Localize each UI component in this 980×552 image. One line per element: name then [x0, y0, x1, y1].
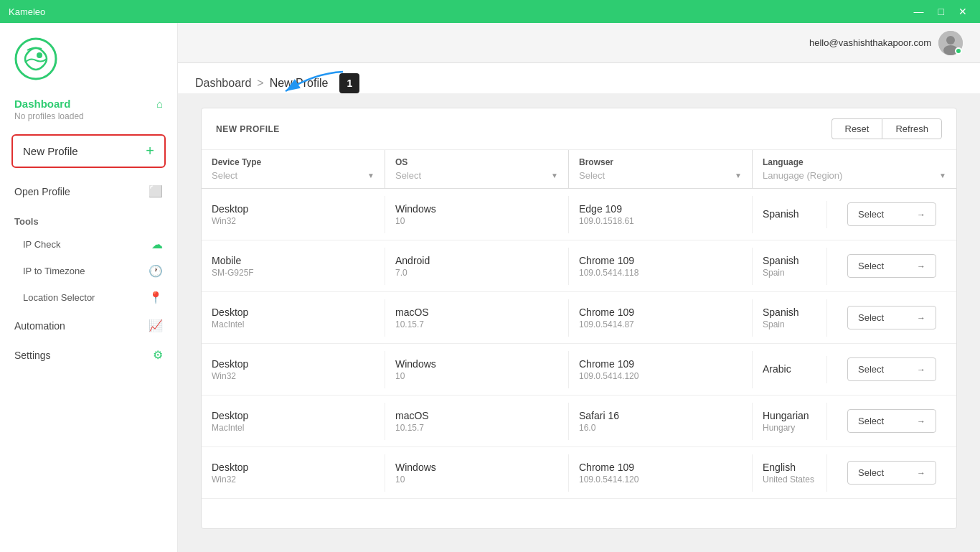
maximize-button[interactable]: □	[934, 4, 948, 19]
sidebar-item-ip-timezone[interactable]: IP to Timezone 🕐	[0, 258, 177, 284]
cell-browser-0: Edge 109 109.0.1518.61	[569, 196, 753, 233]
main-content: NEW PROFILE Reset Refresh Device Type Se…	[201, 108, 957, 529]
sidebar-item-location[interactable]: Location Selector 📍	[0, 284, 177, 311]
os-select[interactable]: Select ▼	[395, 170, 558, 181]
main-panel-wrapper: NEW PROFILE Reset Refresh Device Type Se…	[178, 93, 980, 552]
device-type-select[interactable]: Select ▼	[212, 170, 374, 181]
titlebar: Kameleo — □ ✕	[0, 0, 980, 23]
cell-os-0: Windows 10	[385, 196, 569, 233]
browser-placeholder: Select	[579, 170, 605, 181]
cell-browser-4: Safari 16 16.0	[569, 403, 753, 440]
new-profile-label: New Profile	[23, 145, 78, 157]
sidebar-item-automation[interactable]: Automation 📈	[0, 311, 177, 340]
select-button-1[interactable]: Select →	[847, 254, 936, 278]
location-icon: 📍	[149, 291, 163, 304]
new-profile-button[interactable]: New Profile +	[11, 134, 166, 168]
cell-os-3: Windows 10	[385, 351, 569, 388]
select-button-5[interactable]: Select →	[847, 461, 936, 485]
main-layout: Dashboard ⌂ No profiles loaded New Profi…	[0, 23, 980, 552]
close-button[interactable]: ✕	[954, 4, 971, 19]
cell-device-type-1: Mobile SM-G925F	[202, 248, 385, 285]
cell-language-1: Spanish Spain	[753, 248, 827, 285]
sidebar: Dashboard ⌂ No profiles loaded New Profi…	[0, 23, 178, 552]
cloud-icon: ☁	[151, 238, 163, 251]
dashboard-sub: No profiles loaded	[14, 111, 163, 121]
avatar	[938, 31, 963, 55]
cell-language-3: Arabic	[753, 356, 827, 383]
minimize-button[interactable]: —	[910, 4, 928, 19]
cell-language-2: Spanish Spain	[753, 299, 827, 337]
sidebar-item-open-profile[interactable]: Open Profile ⬜	[0, 177, 177, 206]
automation-label: Automation	[14, 320, 65, 332]
sidebar-item-settings[interactable]: Settings ⚙	[0, 340, 177, 370]
select-button-3[interactable]: Select →	[847, 357, 936, 381]
table-container: Desktop Win32 Windows 10 Edge 109 109.0.…	[202, 189, 956, 528]
cell-os-4: macOS 10.15.7	[385, 403, 569, 440]
cell-os-2: macOS 10.15.7	[385, 299, 569, 337]
plus-icon: +	[146, 143, 154, 159]
filter-language: Language Lanugage (Region) ▼	[753, 150, 956, 188]
select-arrow-3: →	[917, 365, 925, 375]
cell-language-5: English United States	[753, 454, 827, 492]
table-row: Desktop Win32 Windows 10 Edge 109 109.0.…	[202, 189, 956, 240]
select-button-0[interactable]: Select →	[847, 202, 936, 226]
cell-browser-2: Chrome 109 109.0.5414.87	[569, 299, 753, 337]
select-arrow-0: →	[917, 210, 925, 220]
dashboard-label[interactable]: Dashboard ⌂	[14, 98, 163, 110]
breadcrumb-separator: >	[257, 77, 263, 90]
cell-browser-3: Chrome 109 109.0.5414.120	[569, 351, 753, 388]
ip-timezone-label: IP to Timezone	[23, 266, 85, 276]
reset-button[interactable]: Reset	[831, 118, 882, 139]
cell-device-type-5: Desktop Win32	[202, 454, 385, 492]
browser-select[interactable]: Select ▼	[579, 170, 742, 181]
user-email: hello@vashishthakapoor.com	[809, 37, 931, 48]
filter-device-type: Device Type Select ▼	[202, 150, 385, 188]
svg-point-0	[16, 39, 56, 79]
browser-arrow: ▼	[735, 172, 742, 179]
top-header: hello@vashishthakapoor.com	[178, 23, 980, 63]
sidebar-item-ip-check[interactable]: IP Check ☁	[0, 231, 177, 258]
tools-label: Tools	[0, 206, 177, 231]
section-header: NEW PROFILE Reset Refresh	[202, 108, 956, 150]
browser-label: Browser	[579, 157, 742, 167]
breadcrumb-home[interactable]: Dashboard	[195, 77, 251, 90]
filter-os: OS Select ▼	[385, 150, 569, 188]
svg-point-3	[946, 36, 955, 45]
annotation-arrow	[271, 66, 357, 102]
clock-icon: 🕐	[149, 264, 163, 278]
refresh-button[interactable]: Refresh	[882, 118, 942, 139]
breadcrumb-bar: Dashboard > New Profile 1	[178, 63, 980, 93]
select-button-4[interactable]: Select →	[847, 409, 936, 433]
table-row: Mobile SM-G925F Android 7.0 Chrome 109 1…	[202, 240, 956, 292]
table-row: Desktop MacIntel macOS 10.15.7 Chrome 10…	[202, 292, 956, 344]
filters-row: Device Type Select ▼ OS Select ▼	[202, 150, 956, 189]
cell-language-0: Spanish	[753, 201, 827, 228]
language-select[interactable]: Lanugage (Region) ▼	[763, 170, 946, 181]
settings-label: Settings	[14, 350, 51, 361]
home-icon: ⌂	[156, 98, 163, 110]
os-arrow: ▼	[551, 172, 558, 179]
cell-select-3: Select →	[827, 350, 956, 388]
cell-device-type-2: Desktop MacIntel	[202, 299, 385, 337]
cell-device-type-4: Desktop MacIntel	[202, 403, 385, 440]
table-row: Desktop MacIntel macOS 10.15.7 Safari 16…	[202, 396, 956, 447]
filter-browser: Browser Select ▼	[569, 150, 753, 188]
cell-browser-1: Chrome 109 109.0.5414.118	[569, 248, 753, 285]
user-info: hello@vashishthakapoor.com	[809, 31, 963, 55]
cell-select-2: Select →	[827, 299, 956, 337]
cell-select-0: Select →	[827, 195, 956, 233]
logo-area	[0, 37, 177, 98]
cell-device-type-0: Desktop Win32	[202, 196, 385, 233]
open-profile-label: Open Profile	[14, 186, 70, 197]
cell-select-4: Select →	[827, 402, 956, 440]
svg-point-1	[37, 52, 42, 58]
select-arrow-2: →	[917, 313, 925, 323]
os-placeholder: Select	[395, 170, 421, 181]
cell-browser-5: Chrome 109 109.0.5414.120	[569, 454, 753, 492]
select-button-2[interactable]: Select →	[847, 306, 936, 329]
select-arrow-4: →	[917, 416, 925, 426]
select-arrow-5: →	[917, 468, 925, 478]
sidebar-dashboard[interactable]: Dashboard ⌂ No profiles loaded	[0, 98, 177, 126]
device-type-placeholder: Select	[212, 170, 237, 181]
header-buttons: Reset Refresh	[831, 118, 943, 139]
